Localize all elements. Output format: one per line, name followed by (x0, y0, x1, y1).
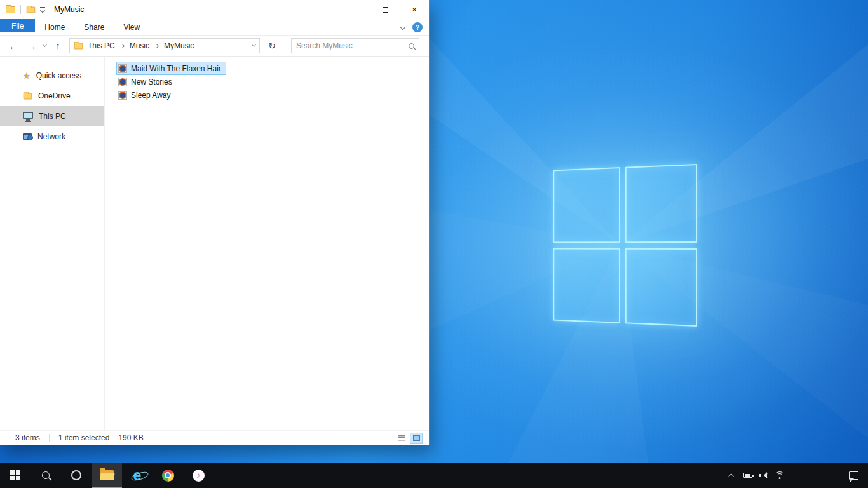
search-icon (42, 471, 50, 479)
file-name: New Stories (131, 78, 172, 86)
items-count: 3 items (15, 433, 40, 442)
chevron-up-icon (728, 473, 733, 478)
sidebar-item-network[interactable]: Network (0, 126, 104, 147)
divider (49, 434, 50, 442)
windows-logo-pane (625, 248, 697, 327)
navigation-pane: ★ Quick access OneDrive This PC Network (0, 57, 105, 430)
status-bar: 3 items 1 item selected 190 KB (0, 430, 429, 445)
file-list[interactable]: Maid With The Flaxen Hair New Stories Sl… (105, 57, 429, 430)
forward-button[interactable]: → (25, 41, 39, 51)
expand-ribbon-chevron-icon[interactable] (400, 24, 405, 29)
audio-file-icon (118, 91, 127, 100)
file-explorer-window: MyMusic × File Home Share View ? ← → ↑ (0, 0, 429, 445)
system-tray (726, 463, 785, 488)
maximize-button[interactable] (370, 0, 400, 19)
network-button[interactable] (774, 470, 785, 481)
maximize-icon (383, 7, 388, 13)
action-center-button[interactable] (839, 463, 868, 488)
divider (20, 5, 21, 14)
taskbar-file-explorer-button[interactable] (92, 463, 122, 488)
windows-start-icon (10, 470, 20, 480)
refresh-button[interactable]: ↻ (264, 38, 280, 53)
windows-logo-pane (625, 164, 697, 243)
back-button[interactable]: ← (6, 41, 20, 51)
battery-icon (743, 473, 752, 478)
app-folder-icon (6, 6, 15, 13)
selection-count: 1 item selected (58, 433, 110, 442)
up-button[interactable]: ↑ (51, 41, 65, 50)
onedrive-folder-icon (24, 93, 32, 99)
sidebar-item-label: This PC (39, 112, 66, 121)
windows-logo-pane (553, 248, 620, 323)
cortana-icon (71, 470, 81, 480)
address-dropdown-chevron-icon[interactable] (252, 43, 256, 47)
selection-size: 190 KB (118, 433, 143, 442)
file-explorer-icon (100, 470, 114, 480)
sidebar-item-this-pc[interactable]: This PC (0, 106, 104, 126)
search-box[interactable] (291, 38, 419, 53)
search-icon[interactable] (409, 43, 414, 49)
help-icon[interactable]: ? (412, 22, 423, 32)
wifi-icon (775, 471, 785, 479)
start-button[interactable] (0, 463, 31, 488)
internet-explorer-icon: e (133, 468, 142, 483)
quick-access-toolbar-folder-icon[interactable] (27, 6, 36, 13)
battery-button[interactable] (742, 470, 754, 481)
breadcrumb-music[interactable]: Music (129, 41, 150, 50)
tab-home[interactable]: Home (35, 19, 74, 35)
cortana-button[interactable] (61, 463, 92, 488)
file-item[interactable]: New Stories (116, 75, 177, 88)
file-item[interactable]: Sleep Away (116, 88, 176, 102)
sidebar-item-label: Quick access (36, 71, 81, 80)
tab-view[interactable]: View (114, 19, 149, 35)
desktop-screen: MyMusic × File Home Share View ? ← → ↑ (0, 0, 868, 488)
taskbar-search-button[interactable] (31, 463, 61, 488)
title-bar[interactable]: MyMusic × (0, 0, 429, 19)
taskbar-itunes-button[interactable]: ♪ (183, 463, 214, 488)
star-icon: ★ (23, 72, 31, 80)
search-input[interactable] (296, 41, 405, 50)
address-bar[interactable]: This PC Music MyMusic (69, 38, 260, 53)
action-center-icon (849, 471, 858, 480)
window-body: ★ Quick access OneDrive This PC Network (0, 57, 429, 430)
tab-share[interactable]: Share (74, 19, 114, 35)
minimize-button[interactable] (341, 0, 370, 19)
sidebar-item-quick-access[interactable]: ★ Quick access (0, 65, 104, 86)
file-name: Sleep Away (131, 91, 171, 100)
details-view-icon (398, 435, 405, 441)
taskbar-internet-explorer-button[interactable]: e (122, 463, 153, 488)
navigation-toolbar: ← → ↑ This PC Music MyMusic ↻ (0, 36, 429, 57)
clock-area[interactable] (785, 463, 839, 488)
volume-button[interactable] (758, 470, 770, 481)
tab-file[interactable]: File (0, 19, 35, 32)
itunes-icon: ♪ (193, 470, 205, 482)
file-item-selected[interactable]: Maid With The Flaxen Hair (116, 62, 226, 75)
recent-locations-chevron-icon[interactable] (43, 43, 47, 47)
customize-toolbar-chevron-icon[interactable] (40, 7, 45, 11)
details-view-button[interactable] (395, 433, 407, 444)
breadcrumb-separator-icon[interactable] (120, 43, 125, 48)
minimize-icon (353, 10, 359, 10)
breadcrumb-this-pc[interactable]: This PC (87, 41, 116, 50)
taskbar-chrome-button[interactable] (153, 463, 183, 488)
window-title: MyMusic (54, 5, 84, 14)
close-button[interactable]: × (400, 0, 429, 19)
ribbon-tab-bar: File Home Share View ? (0, 19, 429, 36)
network-icon (23, 133, 32, 140)
audio-file-icon (118, 78, 127, 86)
sidebar-item-label: OneDrive (38, 92, 71, 100)
windows-logo (553, 164, 697, 327)
large-icons-view-button[interactable] (410, 433, 423, 444)
speaker-icon (759, 471, 769, 480)
breadcrumb-separator-icon[interactable] (154, 43, 159, 48)
large-icons-view-icon (413, 435, 420, 441)
windows-logo-pane (553, 167, 620, 243)
taskbar: e ♪ (0, 463, 868, 488)
location-folder-icon (74, 43, 83, 49)
tray-expand-button[interactable] (726, 470, 738, 481)
chrome-icon (162, 470, 174, 482)
breadcrumb-mymusic[interactable]: MyMusic (163, 41, 194, 50)
audio-file-icon (118, 64, 127, 73)
sidebar-item-onedrive[interactable]: OneDrive (0, 86, 104, 106)
music-note-icon: ♪ (196, 471, 200, 479)
